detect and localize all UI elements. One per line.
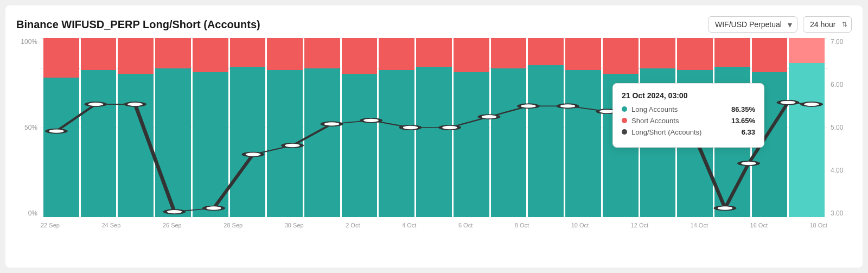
bar-group bbox=[565, 38, 601, 217]
bar-red bbox=[789, 38, 825, 63]
bar-red bbox=[193, 38, 228, 72]
symbol-dropdown-wrapper: WIF/USD Perpetual bbox=[708, 16, 797, 33]
tooltip-ratio-value: 6.33 bbox=[742, 128, 755, 136]
timeframe-selector[interactable]: 24 hour bbox=[803, 16, 852, 33]
bar-red bbox=[603, 38, 639, 74]
tooltip-long-label: Long Accounts bbox=[622, 105, 678, 113]
bar-red bbox=[565, 38, 601, 70]
bar-group bbox=[43, 38, 79, 217]
bar-group bbox=[267, 38, 303, 217]
tooltip-title: 21 Oct 2024, 03:00 bbox=[622, 91, 755, 100]
bar-red bbox=[714, 38, 750, 67]
chart-title: Binance WIFUSD_PERP Long/Short (Accounts… bbox=[16, 18, 260, 31]
x-axis-label: 26 Sep bbox=[163, 222, 182, 228]
bar-green bbox=[789, 63, 825, 217]
x-axis-label: 8 Oct bbox=[515, 222, 529, 228]
y-label-100: 100% bbox=[21, 38, 37, 46]
bar-red bbox=[491, 38, 527, 68]
x-axis-label: 2 Oct bbox=[346, 222, 360, 228]
tooltip-ratio-label: Long/Short (Accounts) bbox=[622, 128, 701, 136]
tooltip-short-value: 13.65% bbox=[731, 117, 755, 125]
bar-green bbox=[565, 70, 601, 217]
y-label-r5: 3.00 bbox=[831, 209, 843, 217]
bar-red bbox=[81, 38, 117, 70]
x-axis-label: 14 Oct bbox=[691, 222, 708, 228]
bar-group bbox=[379, 38, 414, 217]
bar-red bbox=[379, 38, 414, 70]
bar-red bbox=[267, 38, 303, 70]
bar-red bbox=[752, 38, 788, 72]
y-label-r3: 5.00 bbox=[831, 124, 843, 131]
plot-area: 83.33 6.32 21 Oct 2024, 03:00 Long Accou… bbox=[41, 38, 827, 217]
bar-group bbox=[118, 38, 154, 217]
bar-green bbox=[267, 70, 303, 217]
bar-green bbox=[81, 70, 117, 217]
y-label-r4: 4.00 bbox=[831, 167, 843, 174]
header-row: Binance WIFUSD_PERP Long/Short (Accounts… bbox=[16, 16, 852, 33]
bar-group bbox=[528, 38, 564, 217]
bar-red bbox=[528, 38, 564, 65]
bar-green bbox=[230, 67, 266, 217]
chart-container: Binance WIFUSD_PERP Long/Short (Accounts… bbox=[5, 5, 863, 268]
bar-red bbox=[454, 38, 489, 72]
controls: WIF/USD Perpetual 24 hour bbox=[708, 16, 852, 33]
timeframe-wrapper: 24 hour bbox=[803, 16, 852, 33]
y-label-50: 50% bbox=[24, 124, 37, 131]
bar-green bbox=[43, 78, 79, 217]
bar-group bbox=[416, 38, 452, 217]
bar-red bbox=[342, 38, 378, 74]
bar-green bbox=[193, 72, 228, 217]
bar-green bbox=[379, 70, 414, 217]
chart-area: 100% 50% 0% 7.00 6.00 5.00 4.00 3.00 83.… bbox=[16, 38, 852, 233]
bar-green bbox=[342, 74, 378, 217]
bar-green bbox=[118, 74, 154, 217]
x-axis-label: 28 Sep bbox=[224, 222, 242, 228]
x-axis-label: 30 Sep bbox=[285, 222, 304, 228]
x-axis-label: 22 Sep bbox=[41, 222, 60, 228]
bar-red bbox=[155, 38, 191, 68]
dot-red-icon bbox=[622, 118, 627, 123]
x-axis-label: 24 Sep bbox=[101, 222, 120, 228]
x-axis-label: 6 Oct bbox=[458, 222, 473, 228]
x-axis-label: 10 Oct bbox=[571, 222, 589, 228]
x-axis-label: 18 Oct bbox=[810, 222, 827, 228]
y-axis-left: 100% 50% 0% bbox=[16, 38, 41, 217]
symbol-dropdown[interactable]: WIF/USD Perpetual bbox=[708, 16, 797, 33]
bar-group bbox=[491, 38, 527, 217]
bar-group bbox=[342, 38, 378, 217]
y-label-r1: 7.00 bbox=[831, 38, 843, 46]
x-axis-label: 4 Oct bbox=[402, 222, 416, 228]
bar-green bbox=[491, 68, 527, 217]
x-axis-label: 16 Oct bbox=[750, 222, 768, 228]
tooltip-row-long: Long Accounts 86.35% bbox=[622, 105, 755, 113]
bar-group bbox=[304, 38, 340, 217]
bar-green bbox=[528, 65, 564, 218]
bar-green bbox=[155, 68, 191, 217]
x-axis: 22 Sep24 Sep26 Sep28 Sep30 Sep2 Oct4 Oct… bbox=[41, 217, 827, 233]
bar-group bbox=[81, 38, 117, 217]
bar-red bbox=[118, 38, 154, 74]
tooltip-short-label: Short Accounts bbox=[622, 117, 679, 125]
bar-green bbox=[454, 72, 489, 217]
y-axis-right: 7.00 6.00 5.00 4.00 3.00 bbox=[827, 38, 852, 217]
bar-group bbox=[230, 38, 266, 217]
bar-group bbox=[789, 38, 825, 217]
bar-green bbox=[304, 68, 340, 217]
bar-green bbox=[416, 67, 452, 217]
y-label-0: 0% bbox=[28, 209, 37, 217]
y-label-r2: 6.00 bbox=[831, 81, 843, 88]
tooltip-long-value: 86.35% bbox=[731, 105, 755, 113]
bar-red bbox=[416, 38, 452, 67]
bar-group bbox=[155, 38, 191, 217]
bar-red bbox=[43, 38, 79, 78]
bar-red bbox=[640, 38, 676, 68]
tooltip-row-short: Short Accounts 13.65% bbox=[622, 117, 755, 125]
bar-red bbox=[304, 38, 340, 68]
bar-group bbox=[454, 38, 489, 217]
dot-green-icon bbox=[622, 106, 627, 112]
x-axis-label: 12 Oct bbox=[631, 222, 648, 228]
bar-red bbox=[230, 38, 266, 67]
tooltip: 21 Oct 2024, 03:00 Long Accounts 86.35% … bbox=[612, 83, 764, 148]
tooltip-row-ratio: Long/Short (Accounts) 6.33 bbox=[622, 128, 755, 136]
dot-dark-icon bbox=[622, 129, 627, 135]
